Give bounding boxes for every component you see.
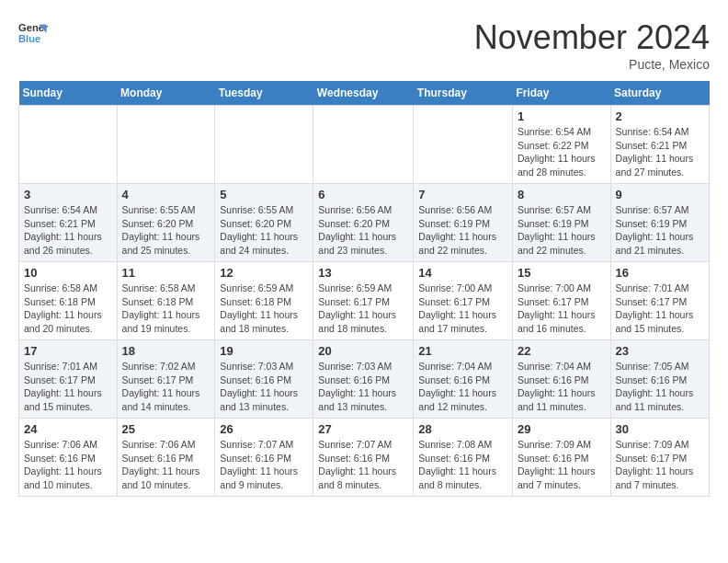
day-info: Sunrise: 6:57 AM Sunset: 6:19 PM Dayligh… (518, 203, 606, 258)
day-info: Sunrise: 7:01 AM Sunset: 6:17 PM Dayligh… (24, 360, 112, 414)
calendar-day-cell: 13Sunrise: 6:59 AM Sunset: 6:17 PM Dayli… (313, 262, 414, 340)
day-info: Sunrise: 6:54 AM Sunset: 6:21 PM Dayligh… (24, 203, 112, 258)
title-block: November 2024 Pucte, Mexico (474, 18, 710, 72)
calendar-week-row: 24Sunrise: 7:06 AM Sunset: 6:16 PM Dayli… (19, 419, 710, 497)
day-of-week-header: Thursday (414, 81, 513, 106)
day-number: 7 (418, 188, 507, 201)
calendar-week-row: 3Sunrise: 6:54 AM Sunset: 6:21 PM Daylig… (19, 184, 710, 262)
calendar-day-cell: 1Sunrise: 6:54 AM Sunset: 6:22 PM Daylig… (512, 106, 610, 184)
calendar-header-row: SundayMondayTuesdayWednesdayThursdayFrid… (19, 81, 710, 106)
day-number: 19 (220, 344, 308, 358)
day-number: 4 (122, 188, 210, 201)
calendar-day-cell: 3Sunrise: 6:54 AM Sunset: 6:21 PM Daylig… (19, 184, 118, 262)
calendar-table: SundayMondayTuesdayWednesdayThursdayFrid… (18, 81, 710, 497)
day-number: 18 (122, 344, 210, 358)
calendar-week-row: 1Sunrise: 6:54 AM Sunset: 6:22 PM Daylig… (19, 106, 710, 184)
day-number: 2 (616, 109, 704, 123)
day-info: Sunrise: 7:03 AM Sunset: 6:16 PM Dayligh… (318, 360, 408, 414)
day-info: Sunrise: 6:54 AM Sunset: 6:21 PM Dayligh… (616, 125, 704, 179)
day-number: 20 (318, 344, 408, 358)
day-of-week-header: Friday (512, 81, 610, 106)
calendar-day-cell: 8Sunrise: 6:57 AM Sunset: 6:19 PM Daylig… (512, 184, 610, 262)
calendar-body: 1Sunrise: 6:54 AM Sunset: 6:22 PM Daylig… (19, 106, 710, 497)
day-info: Sunrise: 7:06 AM Sunset: 6:16 PM Dayligh… (24, 438, 112, 492)
day-number: 15 (518, 266, 606, 280)
day-number: 26 (220, 422, 308, 436)
calendar-day-cell: 2Sunrise: 6:54 AM Sunset: 6:21 PM Daylig… (610, 106, 709, 184)
calendar-day-cell: 16Sunrise: 7:01 AM Sunset: 6:17 PM Dayli… (610, 262, 709, 340)
day-info: Sunrise: 6:56 AM Sunset: 6:19 PM Dayligh… (418, 203, 507, 258)
page-header: General Blue November 2024 Pucte, Mexico (18, 18, 710, 72)
day-number: 30 (616, 422, 704, 436)
day-number: 22 (518, 344, 606, 358)
day-number: 5 (220, 188, 308, 201)
day-info: Sunrise: 7:02 AM Sunset: 6:17 PM Dayligh… (122, 360, 210, 414)
calendar-week-row: 17Sunrise: 7:01 AM Sunset: 6:17 PM Dayli… (19, 340, 710, 419)
day-info: Sunrise: 7:07 AM Sunset: 6:16 PM Dayligh… (220, 438, 308, 492)
day-number: 21 (418, 344, 507, 358)
calendar-day-cell (414, 106, 513, 184)
month-title: November 2024 (474, 18, 710, 57)
calendar-day-cell: 29Sunrise: 7:09 AM Sunset: 6:16 PM Dayli… (512, 419, 610, 497)
day-number: 24 (24, 422, 112, 436)
calendar-day-cell: 15Sunrise: 7:00 AM Sunset: 6:17 PM Dayli… (512, 262, 610, 340)
calendar-day-cell: 26Sunrise: 7:07 AM Sunset: 6:16 PM Dayli… (215, 419, 313, 497)
day-of-week-header: Tuesday (215, 81, 313, 106)
day-info: Sunrise: 7:01 AM Sunset: 6:17 PM Dayligh… (616, 282, 704, 336)
day-number: 10 (24, 266, 112, 280)
day-number: 11 (122, 266, 210, 280)
calendar-day-cell: 9Sunrise: 6:57 AM Sunset: 6:19 PM Daylig… (610, 184, 709, 262)
calendar-day-cell: 19Sunrise: 7:03 AM Sunset: 6:16 PM Dayli… (215, 340, 313, 419)
day-info: Sunrise: 7:06 AM Sunset: 6:16 PM Dayligh… (122, 438, 210, 492)
day-number: 6 (318, 188, 408, 201)
svg-text:Blue: Blue (18, 33, 40, 44)
day-info: Sunrise: 6:54 AM Sunset: 6:22 PM Dayligh… (518, 125, 606, 179)
calendar-day-cell: 18Sunrise: 7:02 AM Sunset: 6:17 PM Dayli… (117, 340, 215, 419)
day-info: Sunrise: 6:55 AM Sunset: 6:20 PM Dayligh… (220, 203, 308, 258)
day-of-week-header: Monday (117, 81, 215, 106)
calendar-day-cell (117, 106, 215, 184)
calendar-day-cell: 4Sunrise: 6:55 AM Sunset: 6:20 PM Daylig… (117, 184, 215, 262)
day-info: Sunrise: 6:55 AM Sunset: 6:20 PM Dayligh… (122, 203, 210, 258)
day-of-week-header: Saturday (610, 81, 709, 106)
calendar-day-cell: 12Sunrise: 6:59 AM Sunset: 6:18 PM Dayli… (215, 262, 313, 340)
day-info: Sunrise: 7:05 AM Sunset: 6:16 PM Dayligh… (616, 360, 704, 414)
calendar-day-cell: 6Sunrise: 6:56 AM Sunset: 6:20 PM Daylig… (313, 184, 414, 262)
location-subtitle: Pucte, Mexico (474, 57, 710, 72)
day-info: Sunrise: 7:09 AM Sunset: 6:17 PM Dayligh… (616, 438, 704, 492)
day-number: 14 (418, 266, 507, 280)
day-info: Sunrise: 7:08 AM Sunset: 6:16 PM Dayligh… (418, 438, 507, 492)
calendar-day-cell: 21Sunrise: 7:04 AM Sunset: 6:16 PM Dayli… (414, 340, 513, 419)
day-info: Sunrise: 6:57 AM Sunset: 6:19 PM Dayligh… (616, 203, 704, 258)
day-info: Sunrise: 6:58 AM Sunset: 6:18 PM Dayligh… (122, 282, 210, 336)
day-number: 28 (418, 422, 507, 436)
day-number: 27 (318, 422, 408, 436)
day-info: Sunrise: 7:00 AM Sunset: 6:17 PM Dayligh… (418, 282, 507, 336)
calendar-day-cell (215, 106, 313, 184)
calendar-day-cell: 30Sunrise: 7:09 AM Sunset: 6:17 PM Dayli… (610, 419, 709, 497)
day-info: Sunrise: 6:59 AM Sunset: 6:18 PM Dayligh… (220, 282, 308, 336)
day-number: 29 (518, 422, 606, 436)
day-number: 1 (518, 109, 606, 123)
calendar-day-cell: 25Sunrise: 7:06 AM Sunset: 6:16 PM Dayli… (117, 419, 215, 497)
calendar-day-cell: 7Sunrise: 6:56 AM Sunset: 6:19 PM Daylig… (414, 184, 513, 262)
calendar-day-cell: 11Sunrise: 6:58 AM Sunset: 6:18 PM Dayli… (117, 262, 215, 340)
day-info: Sunrise: 6:59 AM Sunset: 6:17 PM Dayligh… (318, 282, 408, 336)
calendar-day-cell: 28Sunrise: 7:08 AM Sunset: 6:16 PM Dayli… (414, 419, 513, 497)
calendar-day-cell: 14Sunrise: 7:00 AM Sunset: 6:17 PM Dayli… (414, 262, 513, 340)
day-number: 9 (616, 188, 704, 201)
day-of-week-header: Sunday (19, 81, 118, 106)
day-info: Sunrise: 7:09 AM Sunset: 6:16 PM Dayligh… (518, 438, 606, 492)
calendar-week-row: 10Sunrise: 6:58 AM Sunset: 6:18 PM Dayli… (19, 262, 710, 340)
calendar-day-cell: 22Sunrise: 7:04 AM Sunset: 6:16 PM Dayli… (512, 340, 610, 419)
day-number: 25 (122, 422, 210, 436)
day-info: Sunrise: 7:04 AM Sunset: 6:16 PM Dayligh… (518, 360, 606, 414)
calendar-day-cell: 27Sunrise: 7:07 AM Sunset: 6:16 PM Dayli… (313, 419, 414, 497)
day-number: 13 (318, 266, 408, 280)
logo-icon: General Blue (18, 18, 48, 48)
calendar-day-cell: 5Sunrise: 6:55 AM Sunset: 6:20 PM Daylig… (215, 184, 313, 262)
calendar-day-cell: 23Sunrise: 7:05 AM Sunset: 6:16 PM Dayli… (610, 340, 709, 419)
calendar-day-cell: 20Sunrise: 7:03 AM Sunset: 6:16 PM Dayli… (313, 340, 414, 419)
day-number: 16 (616, 266, 704, 280)
calendar-day-cell: 24Sunrise: 7:06 AM Sunset: 6:16 PM Dayli… (19, 419, 118, 497)
